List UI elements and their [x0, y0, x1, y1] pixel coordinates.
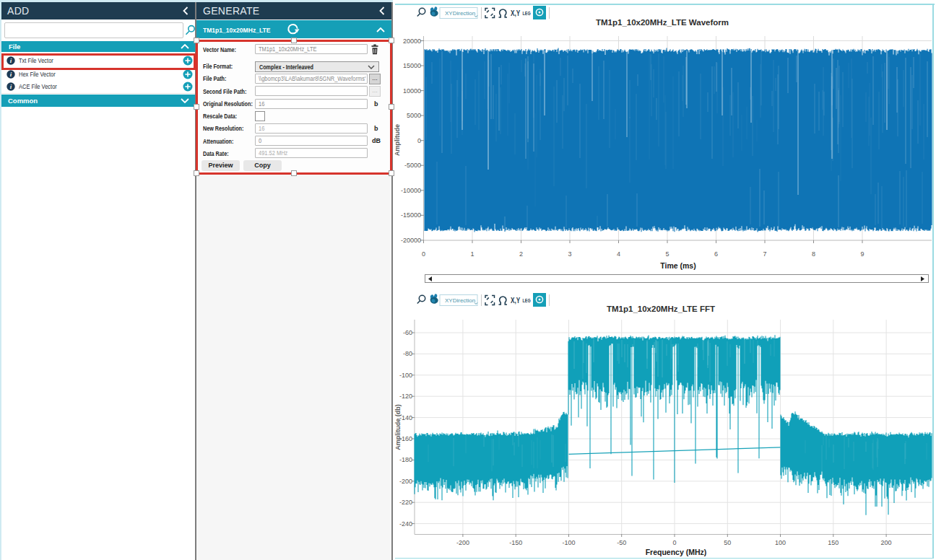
svg-text:4: 4	[617, 250, 620, 258]
svg-text:Time (ms): Time (ms)	[660, 261, 696, 270]
svg-text:150: 150	[828, 539, 838, 546]
svg-text:15000: 15000	[403, 62, 421, 69]
svg-text:-80: -80	[403, 350, 412, 357]
svg-text:-180: -180	[399, 456, 412, 463]
svg-text:1: 1	[470, 250, 474, 258]
svg-text:50: 50	[724, 539, 731, 546]
svg-text:Amplitude (db): Amplitude (db)	[394, 404, 402, 450]
svg-text:-120: -120	[399, 393, 412, 400]
svg-text:9: 9	[860, 250, 864, 258]
svg-text:7: 7	[763, 250, 766, 258]
svg-text:Amplitude: Amplitude	[394, 124, 401, 156]
svg-text:-60: -60	[403, 329, 412, 336]
svg-text:-240: -240	[399, 520, 412, 528]
svg-text:200: 200	[881, 539, 892, 546]
svg-text:0: 0	[417, 137, 421, 144]
svg-text:-200: -200	[399, 478, 412, 485]
svg-text:-20000: -20000	[401, 237, 421, 244]
svg-text:20000: 20000	[403, 38, 421, 45]
svg-text:0: 0	[672, 539, 676, 546]
svg-text:3: 3	[568, 250, 571, 258]
svg-text:-10000: -10000	[401, 187, 421, 194]
svg-text:-100: -100	[399, 372, 412, 379]
svg-text:0: 0	[422, 250, 425, 258]
svg-text:10000: 10000	[403, 87, 421, 95]
svg-text:-150: -150	[509, 539, 522, 546]
svg-text:6: 6	[714, 250, 718, 258]
svg-text:Frequency (MHz): Frequency (MHz)	[646, 548, 707, 556]
svg-text:2: 2	[519, 250, 523, 258]
svg-text:-50: -50	[617, 539, 626, 546]
svg-text:100: 100	[775, 539, 786, 546]
svg-text:5: 5	[665, 250, 669, 258]
svg-text:-200: -200	[456, 539, 469, 546]
svg-text:-100: -100	[562, 539, 575, 546]
svg-text:-5000: -5000	[404, 162, 421, 169]
svg-text:-220: -220	[399, 499, 412, 506]
svg-text:-15000: -15000	[401, 211, 421, 219]
svg-text:8: 8	[812, 250, 815, 258]
svg-text:5000: 5000	[407, 112, 421, 119]
